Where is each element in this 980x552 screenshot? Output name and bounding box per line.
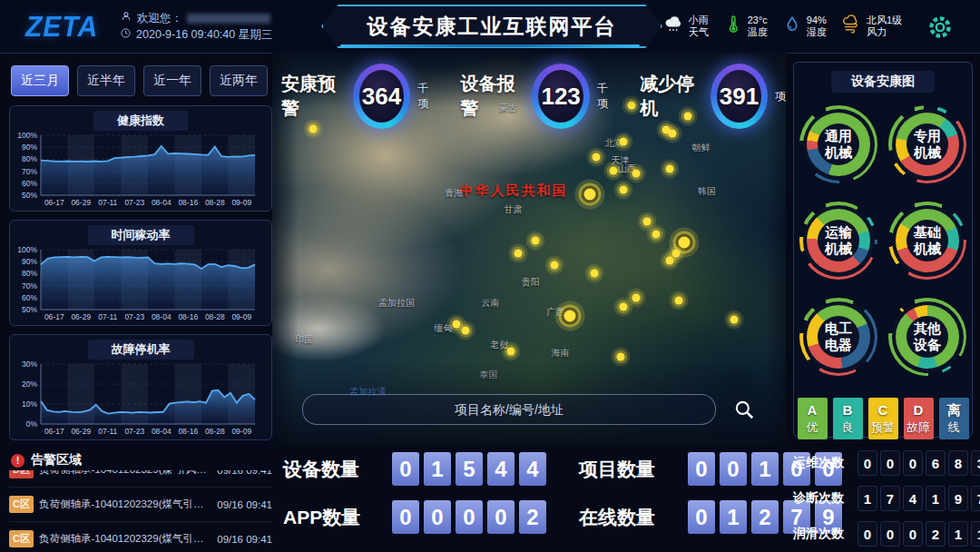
gauge-label: 专用机械 bbox=[914, 128, 941, 161]
svg-text:20%: 20% bbox=[22, 380, 37, 389]
alert-row[interactable]: D区负荷侧轴承-10401202329(煤 引风机电...09/16 09:41 bbox=[9, 470, 272, 488]
svg-text:06-17: 06-17 bbox=[44, 427, 64, 436]
map-marker[interactable] bbox=[619, 303, 627, 311]
alert-list: D区负荷侧轴承-10401202329(煤 引风机电...09/16 09:41… bbox=[9, 470, 272, 552]
digit-box: 2 bbox=[926, 521, 946, 547]
settings-gear-icon[interactable] bbox=[926, 13, 955, 42]
map-marker[interactable] bbox=[452, 320, 460, 328]
platform-title-frame: 设备安康工业互联网平台 bbox=[321, 5, 659, 44]
gauge-center: 电工电器 bbox=[818, 316, 859, 358]
kpi-unit: 千项 bbox=[417, 81, 436, 112]
map-marker[interactable] bbox=[652, 231, 660, 239]
digit-box: 9 bbox=[948, 486, 968, 511]
alert-row[interactable]: C区负荷侧轴承-10401202329(煤气引风机电...09/16 09:41 bbox=[9, 522, 272, 552]
weather-item: 23°c温度 bbox=[723, 15, 768, 38]
alert-zone-badge: D区 bbox=[9, 470, 34, 478]
digit-box: 0 bbox=[858, 521, 877, 547]
svg-text:07-11: 07-11 bbox=[98, 312, 117, 321]
map-marker[interactable] bbox=[669, 129, 677, 137]
counter-label: 运维次数 bbox=[793, 455, 849, 471]
svg-text:100%: 100% bbox=[17, 131, 37, 140]
china-map[interactable]: 中华人民共和国蒙古北京天津朝鲜韩国山西青海甘肃孟加拉国印度缅甸云南贵阳广西老挝泰… bbox=[272, 53, 786, 447]
stat-digits: 01544 bbox=[392, 452, 546, 486]
map-label: 甘肃 bbox=[504, 203, 522, 216]
weather-text: 小雨天气 bbox=[689, 15, 709, 38]
username-redacted bbox=[187, 14, 270, 24]
search-input[interactable] bbox=[302, 394, 716, 425]
svg-text:30%: 30% bbox=[22, 360, 37, 369]
map-marker[interactable] bbox=[564, 310, 575, 322]
map-marker[interactable] bbox=[632, 294, 640, 302]
map-marker[interactable] bbox=[590, 270, 598, 278]
svg-text:08-04: 08-04 bbox=[152, 198, 172, 207]
map-marker[interactable] bbox=[665, 257, 673, 265]
stat-label: 项目数量 bbox=[579, 457, 673, 482]
svg-text:60%: 60% bbox=[22, 179, 37, 188]
map-marker[interactable] bbox=[462, 326, 470, 334]
legend-C: C预警 bbox=[868, 398, 898, 439]
alert-time: 09/16 09:41 bbox=[217, 470, 272, 476]
svg-text:10%: 10% bbox=[22, 399, 37, 409]
time-filter-button-1[interactable]: 近半年 bbox=[77, 65, 135, 96]
map-marker[interactable] bbox=[730, 316, 738, 324]
rain-cloud-icon bbox=[663, 15, 684, 39]
map-marker[interactable] bbox=[665, 165, 673, 173]
map-marker[interactable] bbox=[619, 137, 627, 145]
time-filter-button-3[interactable]: 近两年 bbox=[210, 65, 268, 96]
weather-item: 小雨天气 bbox=[663, 15, 709, 39]
time-filter-button-2[interactable]: 近一年 bbox=[143, 65, 201, 96]
kpi-value: 123 bbox=[541, 83, 580, 111]
map-marker[interactable] bbox=[584, 188, 596, 200]
alert-zone-badge: C区 bbox=[9, 496, 34, 513]
svg-text:07-11: 07-11 bbox=[98, 198, 117, 207]
alert-text: 负荷侧轴承-10401202329(煤气引风机电... bbox=[39, 498, 211, 511]
alert-row[interactable]: C区负荷侧轴承-10401202329(煤气引风机电...09/16 09:41 bbox=[9, 488, 272, 522]
map-marker[interactable] bbox=[678, 236, 690, 248]
map-marker[interactable] bbox=[616, 352, 624, 360]
map-marker[interactable] bbox=[610, 167, 618, 175]
map-label: 云南 bbox=[482, 297, 500, 310]
map-marker[interactable] bbox=[619, 185, 627, 193]
map-marker[interactable] bbox=[514, 249, 522, 257]
time-filter-button-0[interactable]: 近三月 bbox=[11, 65, 69, 96]
map-label: 贵阳 bbox=[522, 276, 540, 289]
map-marker[interactable] bbox=[671, 249, 680, 257]
map-label: 海南 bbox=[552, 347, 570, 360]
map-marker[interactable] bbox=[632, 169, 640, 177]
gauge-基础机械[interactable]: 基础机械 bbox=[888, 202, 966, 280]
humidity-icon bbox=[782, 15, 802, 38]
dashboard-root: ZETA 欢迎您： 2020-9-16 09:40:40 星期三 设备安康工业互… bbox=[0, 0, 980, 552]
stat-设备数量: 设备数量01544 bbox=[283, 452, 546, 486]
map-marker[interactable] bbox=[592, 153, 600, 161]
gauge-其他设备[interactable]: 其他设备 bbox=[888, 298, 966, 376]
map-marker[interactable] bbox=[642, 217, 651, 225]
thermometer-icon bbox=[723, 15, 743, 38]
search-icon[interactable] bbox=[732, 398, 756, 421]
alert-time: 09/16 09:41 bbox=[217, 534, 272, 545]
gauge-通用机械[interactable]: 通用机械 bbox=[799, 105, 877, 183]
map-marker[interactable] bbox=[674, 297, 682, 305]
counter-label: 诊断次数 bbox=[793, 490, 849, 507]
map-marker[interactable] bbox=[532, 237, 540, 245]
digit-box: 0 bbox=[858, 450, 877, 476]
digit-box: 0 bbox=[903, 521, 923, 547]
map-marker[interactable] bbox=[550, 261, 558, 269]
user-icon bbox=[120, 10, 132, 27]
svg-text:06-29: 06-29 bbox=[71, 198, 91, 207]
gauge-电工电器[interactable]: 电工电器 bbox=[799, 298, 877, 376]
svg-text:08-16: 08-16 bbox=[178, 427, 198, 436]
map-marker[interactable] bbox=[506, 348, 514, 356]
kpi-circle: 364 bbox=[353, 64, 411, 129]
digit-box: 0 bbox=[880, 450, 900, 476]
alerts-panel: ! 告警区域 D区负荷侧轴承-10401202329(煤 引风机电...09/1… bbox=[9, 450, 272, 552]
legend-离: 离线 bbox=[939, 398, 969, 439]
gauge-专用机械[interactable]: 专用机械 bbox=[888, 105, 966, 183]
svg-text:08-04: 08-04 bbox=[152, 312, 172, 321]
device-health-panel: 设备安康图 通用机械专用机械运输机械基础机械电工电器其他设备 A优B良C预警D故… bbox=[793, 62, 973, 438]
stat-APP数量: APP数量00002 bbox=[283, 500, 546, 534]
digit-box: 1 bbox=[926, 486, 946, 511]
gauge-label: 电工电器 bbox=[825, 320, 852, 353]
gauge-运输机械[interactable]: 运输机械 bbox=[799, 202, 877, 280]
svg-text:06-29: 06-29 bbox=[71, 427, 91, 436]
digit-box: 8 bbox=[948, 450, 968, 476]
